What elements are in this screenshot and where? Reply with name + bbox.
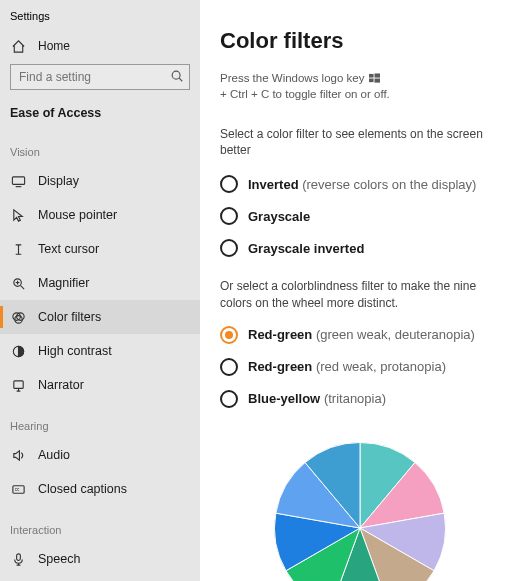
audio-icon [10, 447, 26, 463]
display-icon [10, 173, 26, 189]
sidebar-item-label: Speech [38, 552, 80, 566]
sidebar-item-label: Magnifier [38, 276, 89, 290]
radio-icon [220, 326, 238, 344]
sidebar-item-label: Mouse pointer [38, 208, 117, 222]
shortcut-hint: Press the Windows logo key + Ctrl + C to… [220, 72, 500, 100]
sidebar-item-audio[interactable]: Audio [0, 438, 200, 472]
svg-rect-2 [12, 176, 24, 184]
sidebar-item-closed-captions[interactable]: cc Closed captions [0, 472, 200, 506]
svg-rect-16 [16, 553, 20, 560]
sidebar-item-display[interactable]: Display [0, 164, 200, 198]
group-vision: Vision [0, 128, 200, 164]
windows-key-icon [368, 72, 380, 84]
radio-icon [220, 390, 238, 408]
sidebar-item-label: Color filters [38, 310, 101, 324]
svg-rect-23 [374, 73, 380, 77]
sidebar-item-mouse-pointer[interactable]: Mouse pointer [0, 198, 200, 232]
sidebar-item-speech[interactable]: Speech [0, 542, 200, 576]
search-input[interactable] [10, 64, 190, 90]
sidebar-item-narrator[interactable]: Narrator [0, 368, 200, 402]
sidebar-item-magnifier[interactable]: Magnifier [0, 266, 200, 300]
sidebar-item-text-cursor[interactable]: Text cursor [0, 232, 200, 266]
sidebar-item-high-contrast[interactable]: High contrast [0, 334, 200, 368]
home-nav[interactable]: Home [0, 32, 200, 60]
closed-captions-icon: cc [10, 481, 26, 497]
sidebar-item-label: Closed captions [38, 482, 127, 496]
radio-icon [220, 239, 238, 257]
svg-rect-24 [369, 78, 374, 82]
home-icon [10, 38, 26, 54]
search-icon [170, 69, 184, 83]
or-prompt: Or select a colorblindness filter to mak… [220, 278, 500, 310]
svg-line-1 [179, 78, 182, 81]
search-wrap [10, 64, 190, 90]
radio-grayscale[interactable]: Grayscale [220, 200, 500, 232]
sidebar-item-label: Text cursor [38, 242, 99, 256]
radio-inverted[interactable]: Inverted (reverse colors on the display) [220, 168, 500, 200]
color-filters-icon [10, 309, 26, 325]
svg-line-6 [20, 285, 24, 289]
sidebar-item-label: High contrast [38, 344, 112, 358]
sidebar-item-label: Audio [38, 448, 70, 462]
magnifier-icon [10, 275, 26, 291]
section-title: Ease of Access [0, 102, 200, 128]
svg-point-0 [172, 71, 180, 79]
radio-label: Grayscale inverted [248, 241, 364, 256]
radio-label: Blue-yellow (tritanopia) [248, 391, 386, 406]
home-label: Home [38, 39, 70, 53]
page-title: Color filters [220, 28, 500, 54]
sidebar-item-label: Display [38, 174, 79, 188]
group-interaction: Interaction [0, 506, 200, 542]
radio-icon [220, 358, 238, 376]
radio-tritanopia[interactable]: Blue-yellow (tritanopia) [220, 383, 500, 415]
main-pane: Color filters Press the Windows logo key… [200, 0, 520, 581]
radio-icon [220, 175, 238, 193]
select-prompt: Select a color filter to see elements on… [220, 126, 500, 158]
color-wheel [220, 433, 500, 581]
svg-text:cc: cc [14, 487, 19, 492]
sidebar-item-color-filters[interactable]: Color filters [0, 300, 200, 334]
text-cursor-icon [10, 241, 26, 257]
helper-post: + Ctrl + C to toggle filter on or off. [220, 88, 390, 100]
sidebar-item-keyboard[interactable]: Keyboard [0, 576, 200, 581]
radio-label: Inverted (reverse colors on the display) [248, 177, 476, 192]
radio-label: Red-green (green weak, deuteranopia) [248, 327, 475, 342]
radio-icon [220, 207, 238, 225]
radio-label: Grayscale [248, 209, 310, 224]
radio-protanopia[interactable]: Red-green (red weak, protanopia) [220, 351, 500, 383]
high-contrast-icon [10, 343, 26, 359]
svg-rect-25 [374, 78, 380, 82]
svg-rect-13 [13, 380, 22, 388]
group-hearing: Hearing [0, 402, 200, 438]
speech-icon [10, 551, 26, 567]
sidebar-item-label: Narrator [38, 378, 84, 392]
narrator-icon [10, 377, 26, 393]
radio-deuteranopia[interactable]: Red-green (green weak, deuteranopia) [220, 319, 500, 351]
app-title: Settings [0, 6, 200, 32]
mouse-pointer-icon [10, 207, 26, 223]
radio-label: Red-green (red weak, protanopia) [248, 359, 446, 374]
sidebar: Settings Home Ease of Access Vision Disp… [0, 0, 200, 581]
radio-grayscale-inverted[interactable]: Grayscale inverted [220, 232, 500, 264]
svg-rect-22 [369, 73, 374, 77]
helper-pre: Press the Windows logo key [220, 72, 364, 84]
color-wheel-chart [265, 433, 455, 581]
